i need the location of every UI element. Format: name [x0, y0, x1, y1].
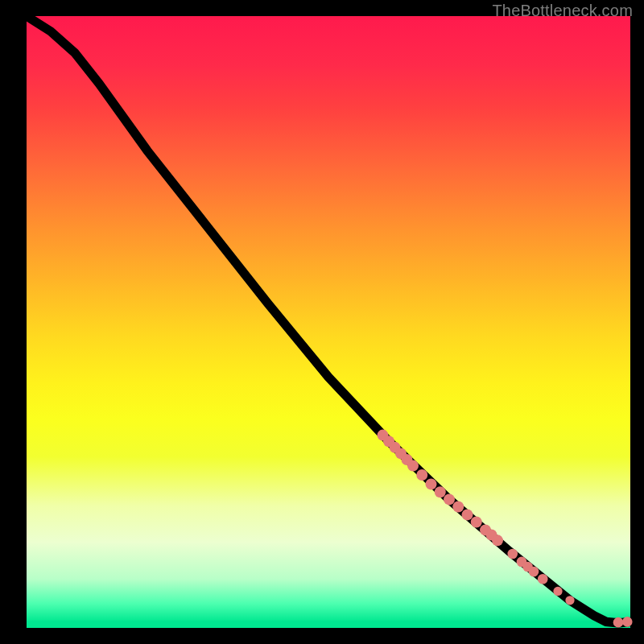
data-point — [492, 535, 503, 546]
chart-svg — [27, 16, 630, 628]
chart-stage: TheBottleneck.com — [0, 0, 644, 644]
data-point — [452, 502, 464, 513]
data-point — [553, 587, 562, 596]
data-point — [538, 574, 548, 584]
bottleneck-curve — [27, 16, 630, 623]
plot-area — [27, 16, 630, 628]
data-point — [462, 509, 473, 520]
data-point — [507, 549, 518, 559]
data-point — [613, 617, 624, 628]
data-point — [471, 517, 482, 528]
data-point — [416, 469, 427, 481]
data-point — [565, 596, 574, 605]
data-points — [378, 430, 633, 628]
data-point — [435, 486, 446, 497]
data-point — [426, 478, 437, 489]
data-point — [529, 567, 539, 577]
data-point — [444, 493, 455, 505]
data-point — [407, 460, 419, 472]
data-point — [622, 617, 633, 627]
